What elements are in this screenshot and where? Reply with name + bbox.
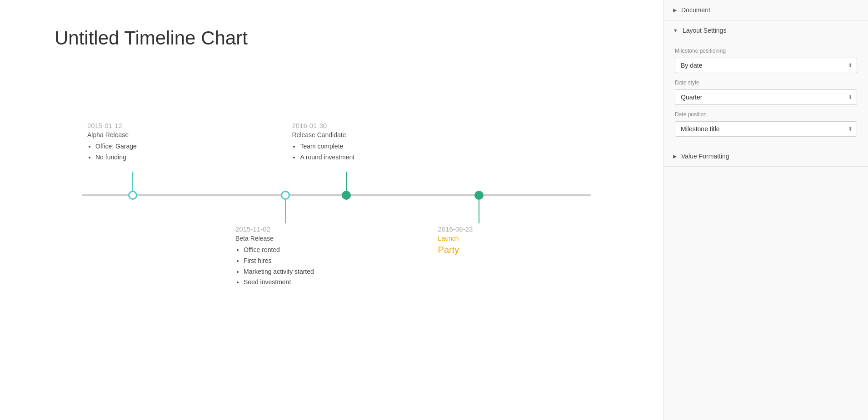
milestone-rc-name: Release Candidate	[292, 131, 401, 138]
milestone-positioning-label: Milestone positioning	[675, 48, 857, 54]
milestone-beta-name: Beta Release	[235, 235, 335, 242]
connector-launch	[479, 196, 479, 223]
layout-settings-section: ▼ Layout Settings Milestone positioning …	[664, 20, 868, 146]
milestone-launch-label: 2016-08-23 Launch Party	[438, 225, 520, 258]
value-formatting-header[interactable]: ▶ Value Formatting	[664, 146, 868, 166]
date-position-select[interactable]: Milestone title Above dot Below dot	[675, 121, 857, 137]
dot-rc	[342, 191, 351, 200]
chevron-right-value-icon: ▶	[673, 153, 677, 159]
layout-settings-header[interactable]: ▼ Layout Settings	[664, 20, 868, 40]
list-item: Office rented	[244, 245, 335, 256]
milestone-alpha-date: 2015-01-12	[87, 122, 178, 129]
document-section-header[interactable]: ▶ Document	[664, 0, 868, 20]
list-item: No funding	[95, 152, 178, 163]
main-canvas: Untitled Timeline Chart 2015-01-12 Alpha…	[0, 0, 663, 420]
milestone-beta-label: 2015-11-02 Beta Release Office rented Fi…	[235, 225, 335, 288]
milestone-beta-date: 2015-11-02	[235, 225, 335, 233]
milestone-launch-subname: Party	[438, 245, 520, 255]
value-formatting-label: Value Formatting	[681, 153, 729, 160]
dot-launch	[474, 191, 484, 200]
milestone-rc-date: 2016-01-30	[292, 122, 401, 129]
date-position-label: Date position	[675, 111, 857, 118]
date-position-wrapper: Milestone title Above dot Below dot ⬍	[675, 121, 857, 137]
list-item: Marketing activity started	[244, 267, 335, 277]
dot-alpha	[128, 191, 137, 200]
milestone-alpha-items: Office: Garage No funding	[87, 141, 178, 163]
list-item: Seed investment	[244, 277, 335, 288]
list-item: A round investment	[300, 152, 401, 163]
timeline-line	[82, 194, 591, 196]
date-style-label: Date style	[675, 79, 857, 86]
milestone-positioning-select[interactable]: By date Evenly spaced	[675, 58, 857, 73]
layout-settings-label: Layout Settings	[683, 27, 727, 34]
chevron-down-icon: ▼	[673, 28, 678, 33]
layout-settings-content: Milestone positioning By date Evenly spa…	[664, 40, 868, 146]
document-section: ▶ Document	[664, 0, 868, 20]
milestone-rc-items: Team complete A round investment	[292, 141, 401, 163]
date-style-select[interactable]: Quarter Month Year Full date	[675, 89, 857, 105]
dot-beta	[281, 191, 290, 200]
value-formatting-section: ▶ Value Formatting	[664, 146, 868, 167]
list-item: Office: Garage	[95, 141, 178, 152]
connector-beta	[285, 196, 286, 223]
milestone-launch-date: 2016-08-23	[438, 225, 520, 233]
document-section-label: Document	[681, 6, 710, 14]
milestone-launch-name: Launch	[438, 235, 520, 242]
milestone-beta-items: Office rented First hires Marketing acti…	[235, 245, 335, 288]
list-item: First hires	[244, 256, 335, 267]
chevron-right-icon: ▶	[673, 7, 677, 13]
milestone-alpha-name: Alpha Release	[87, 131, 178, 138]
sidebar: ▶ Document ▼ Layout Settings Milestone p…	[663, 0, 868, 420]
milestone-alpha-label: 2015-01-12 Alpha Release Office: Garage …	[87, 122, 178, 163]
milestone-rc-label: 2016-01-30 Release Candidate Team comple…	[292, 122, 401, 163]
date-style-wrapper: Quarter Month Year Full date ⬍	[675, 89, 857, 105]
chart-title: Untitled Timeline Chart	[55, 27, 636, 49]
milestone-positioning-wrapper: By date Evenly spaced ⬍	[675, 58, 857, 73]
list-item: Team complete	[300, 141, 401, 152]
